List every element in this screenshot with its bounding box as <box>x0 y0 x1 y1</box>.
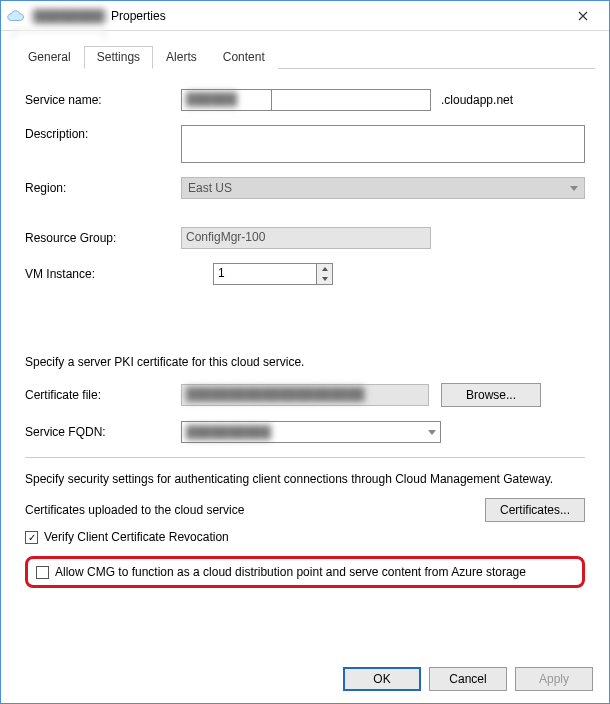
allow-cmg-row[interactable]: Allow CMG to function as a cloud distrib… <box>36 565 574 579</box>
settings-form: Service name: ██████ .cloudapp.net Descr… <box>15 83 595 588</box>
vm-instance-value[interactable]: 1 <box>213 263 317 285</box>
cert-section-text: Specify a server PKI certificate for thi… <box>25 355 585 369</box>
browse-button[interactable]: Browse... <box>441 383 541 407</box>
content-area: General Settings Alerts Content Service … <box>1 31 609 703</box>
dialog-footer: OK Cancel Apply <box>343 667 593 691</box>
region-value: East US <box>188 181 232 195</box>
allow-cmg-highlight: Allow CMG to function as a cloud distrib… <box>25 556 585 588</box>
tab-settings[interactable]: Settings <box>84 46 153 69</box>
label-cert-file: Certificate file: <box>25 388 181 402</box>
chevron-down-icon <box>570 186 578 191</box>
label-region: Region: <box>25 181 181 195</box>
apply-button: Apply <box>515 667 593 691</box>
window-title: Properties <box>111 9 166 23</box>
chevron-down-icon <box>428 430 436 435</box>
vm-instance-spinner[interactable]: 1 <box>213 263 333 285</box>
arrow-down-icon <box>322 277 328 281</box>
close-icon <box>578 11 588 21</box>
service-name-suffix: .cloudapp.net <box>441 93 513 107</box>
security-section-text: Specify security settings for authentica… <box>25 472 585 486</box>
separator <box>25 457 585 458</box>
cert-file-readonly: █████████████████████ <box>181 384 429 406</box>
cancel-button[interactable]: Cancel <box>429 667 507 691</box>
verify-crl-row[interactable]: ✓ Verify Client Certificate Revocation <box>25 530 585 544</box>
background-tab-fragment <box>13 30 105 40</box>
tabstrip: General Settings Alerts Content <box>15 45 595 69</box>
label-vm-instance: VM Instance: <box>25 267 181 281</box>
arrow-up-icon <box>322 267 328 271</box>
service-fqdn-value: ██████████ <box>186 425 271 439</box>
certs-uploaded-label: Certificates uploaded to the cloud servi… <box>25 503 244 517</box>
tab-alerts[interactable]: Alerts <box>153 46 210 69</box>
verify-crl-label: Verify Client Certificate Revocation <box>44 530 229 544</box>
service-name-prefix-readonly: ██████ <box>181 89 271 111</box>
allow-cmg-checkbox[interactable] <box>36 566 49 579</box>
verify-crl-checkbox[interactable]: ✓ <box>25 531 38 544</box>
region-select[interactable]: East US <box>181 177 585 199</box>
service-name-input[interactable] <box>271 89 431 111</box>
label-resource-group: Resource Group: <box>25 231 181 245</box>
description-input[interactable] <box>181 125 585 163</box>
ok-button[interactable]: OK <box>343 667 421 691</box>
spinner-down-button[interactable] <box>317 274 332 284</box>
resource-group-readonly: ConfigMgr-100 <box>181 227 431 249</box>
tab-content[interactable]: Content <box>210 46 278 69</box>
titlebar: ████████ Properties <box>1 1 609 31</box>
spinner-up-button[interactable] <box>317 264 332 274</box>
tab-general[interactable]: General <box>15 46 84 69</box>
certificates-button[interactable]: Certificates... <box>485 498 585 522</box>
label-service-name: Service name: <box>25 93 181 107</box>
label-service-fqdn: Service FQDN: <box>25 425 181 439</box>
allow-cmg-label: Allow CMG to function as a cloud distrib… <box>55 565 526 579</box>
label-description: Description: <box>25 125 181 141</box>
service-fqdn-combo[interactable]: ██████████ <box>181 421 441 443</box>
cloud-icon <box>7 9 25 23</box>
properties-dialog: ████████ Properties General Settings Ale… <box>0 0 610 704</box>
title-redacted: ████████ <box>31 9 107 23</box>
close-button[interactable] <box>563 2 603 30</box>
